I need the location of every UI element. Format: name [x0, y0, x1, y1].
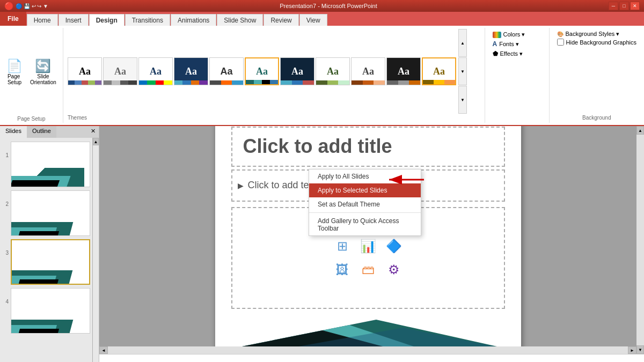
- background-styles-label: Background Styles ▾: [566, 31, 620, 38]
- outline-tab[interactable]: Outline: [27, 126, 56, 138]
- background-group-label: Background: [555, 113, 639, 121]
- themes-scroll-up[interactable]: ▲: [458, 29, 467, 57]
- theme-9[interactable]: Aa: [351, 57, 385, 85]
- theme-7[interactable]: Aa: [280, 57, 314, 85]
- picture-icon[interactable]: 🖼: [333, 260, 352, 279]
- themes-list: Aa Aa A: [65, 29, 482, 114]
- tab-file[interactable]: File: [0, 12, 26, 26]
- themes-group: Aa Aa A: [63, 28, 485, 123]
- media-icon[interactable]: ⚙: [384, 260, 404, 279]
- page-setup-icon: 📄: [6, 58, 23, 73]
- chart-icon[interactable]: 📊: [358, 237, 378, 256]
- background-styles-button[interactable]: 🎨 Background Styles ▾: [555, 30, 639, 38]
- hide-background-label: Hide Background Graphics: [566, 39, 636, 46]
- slide-item-4[interactable]: 4: [2, 286, 90, 335]
- slide-panel: Slides Outline ✕ 1: [0, 126, 99, 362]
- ribbon: 📄 PageSetup 🔄 SlideOrientation Page Setu…: [0, 26, 644, 126]
- scroll-right-button[interactable]: ►: [628, 346, 636, 354]
- panel-close-button[interactable]: ✕: [87, 126, 99, 138]
- slide-item-3[interactable]: 3: [2, 238, 90, 286]
- effects-button[interactable]: ⬟ Effects ▾: [489, 49, 545, 58]
- scroll-left-button[interactable]: ◄: [99, 346, 108, 354]
- slide-orientation-label: SlideOrientation: [30, 73, 56, 85]
- panel-tab-bar: Slides Outline ✕: [0, 126, 99, 138]
- slide-orientation-button[interactable]: 🔄 SlideOrientation: [27, 56, 60, 87]
- fonts-button[interactable]: A Fonts ▾: [489, 39, 545, 49]
- panel-scrollbar: ▲ ▼: [92, 138, 99, 362]
- theme-concourse[interactable]: Aa: [245, 57, 279, 85]
- slide-item-1[interactable]: 1: [2, 140, 90, 189]
- slide-thumb-3[interactable]: [11, 239, 90, 285]
- scroll-down-button[interactable]: ▼: [636, 345, 644, 354]
- page-setup-group-label: Page Setup: [17, 115, 45, 122]
- tab-design[interactable]: Design: [89, 14, 125, 26]
- hide-background-checkbox[interactable]: [557, 39, 564, 46]
- content-wrapper: Click to add title ▶ Click to add text ⊞…: [99, 126, 644, 362]
- effects-icon: ⬟: [493, 50, 498, 57]
- theme-2[interactable]: Aa: [103, 57, 137, 85]
- notes-area[interactable]: Click to add notes: [99, 354, 644, 362]
- content-icons-row-2: 🖼 🗃 ⚙: [333, 260, 404, 279]
- tab-home[interactable]: Home: [27, 14, 58, 26]
- content-icons-row-1: ⊞ 📊 🔷: [333, 237, 404, 256]
- slide-thumb-1[interactable]: [11, 142, 90, 187]
- theme-1[interactable]: Aa: [68, 57, 102, 85]
- tab-slideshow[interactable]: Slide Show: [217, 14, 263, 26]
- fonts-icon: A: [493, 40, 497, 48]
- slide-arrow-icon: ▶: [238, 181, 244, 190]
- apply-to-all-slides-item[interactable]: Apply to All Slides: [309, 169, 421, 183]
- panel-body: 1 2: [0, 138, 99, 362]
- slide-num-4: 4: [2, 288, 9, 305]
- themes-scroll-down[interactable]: ▼: [458, 57, 467, 85]
- slide-thumb-4[interactable]: [11, 288, 90, 334]
- tab-insert[interactable]: Insert: [58, 14, 89, 26]
- scroll-up-button[interactable]: ▲: [636, 126, 644, 135]
- slide-thumb-2[interactable]: [11, 190, 90, 236]
- slide-canvas[interactable]: Click to add title ▶ Click to add text ⊞…: [215, 126, 521, 352]
- tab-transitions[interactable]: Transitions: [125, 14, 170, 26]
- themes-more[interactable]: ▼: [458, 86, 467, 114]
- tab-animations[interactable]: Animations: [171, 14, 216, 26]
- slides-list[interactable]: 1 2: [0, 138, 92, 362]
- theme-5[interactable]: Aa: [209, 57, 244, 85]
- slide-item-2[interactable]: 2: [2, 189, 90, 238]
- ribbon-tab-bar: File Home Insert Design Transitions Anim…: [0, 12, 644, 26]
- colors-label: Colors ▾: [503, 31, 525, 38]
- close-button[interactable]: ✕: [630, 2, 640, 10]
- tab-review[interactable]: Review: [264, 14, 298, 26]
- content-area: Click to add title ▶ Click to add text ⊞…: [99, 126, 644, 354]
- slide-orientation-icon: 🔄: [35, 58, 51, 73]
- content-scrollbar-horizontal: ◄ ►: [99, 346, 636, 354]
- clip-art-icon[interactable]: 🗃: [358, 260, 378, 279]
- theme-3[interactable]: Aa: [138, 57, 173, 85]
- smartart-icon[interactable]: 🔷: [384, 237, 404, 256]
- scroll-track: [636, 135, 644, 345]
- slide-bottom-decoration: [215, 309, 521, 352]
- page-setup-button[interactable]: 📄 PageSetup: [3, 56, 26, 87]
- background-styles-icon: 🎨: [557, 31, 564, 37]
- table-icon[interactable]: ⊞: [333, 237, 352, 256]
- content-scrollbar-vertical: ▲ ▼: [636, 126, 644, 354]
- theme-11[interactable]: Aa: [422, 57, 456, 85]
- fonts-label: Fonts ▾: [499, 41, 519, 48]
- theme-10[interactable]: Aa: [386, 57, 421, 85]
- panel-scroll-up[interactable]: ▲: [93, 138, 99, 145]
- maximize-button[interactable]: □: [619, 2, 629, 10]
- apply-to-selected-slides-item[interactable]: Apply to Selected Slides: [309, 183, 421, 197]
- slide-num-2: 2: [2, 190, 9, 207]
- effects-label: Effects ▾: [500, 50, 523, 57]
- hide-background-row: Hide Background Graphics: [555, 38, 639, 46]
- set-as-default-theme-item[interactable]: Set as Default Theme: [309, 197, 421, 211]
- add-to-quick-access-item[interactable]: Add Gallery to Quick Access Toolbar: [309, 214, 421, 235]
- theme-options-group: Colors ▾ A Fonts ▾ ⬟ Effects ▾: [485, 28, 549, 123]
- slide-title-placeholder[interactable]: Click to add title: [231, 127, 505, 167]
- colors-button[interactable]: Colors ▾: [489, 30, 545, 39]
- slides-tab[interactable]: Slides: [0, 126, 27, 138]
- context-menu: Apply to All Slides Apply to Selected Sl…: [309, 169, 421, 236]
- page-setup-label: PageSetup: [8, 73, 21, 85]
- theme-8[interactable]: Aa: [316, 57, 350, 85]
- minimize-button[interactable]: ─: [609, 2, 618, 10]
- tab-view[interactable]: View: [299, 14, 327, 26]
- theme-4[interactable]: Aa: [174, 57, 208, 85]
- h-scroll-track: [108, 346, 628, 354]
